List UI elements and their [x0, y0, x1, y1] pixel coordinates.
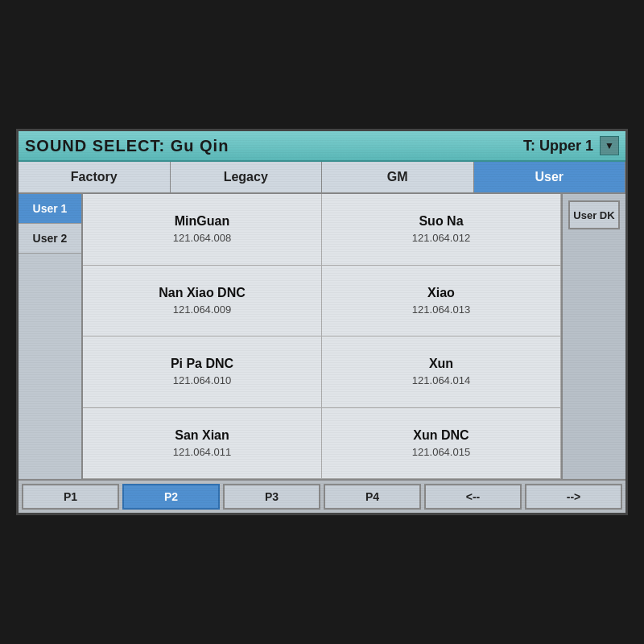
sound-name-0: MinGuan [175, 214, 229, 229]
content-area: User 1 User 2 MinGuan 121.064.008 Suo Na… [19, 194, 625, 479]
tab-bar: Factory Legacy GM User [19, 162, 625, 194]
tab-factory[interactable]: Factory [19, 162, 171, 192]
next-button[interactable]: --> [525, 484, 622, 510]
sound-cell-1[interactable]: Suo Na 121.064.012 [322, 194, 561, 266]
sound-number-6: 121.064.011 [173, 446, 231, 458]
tab-user[interactable]: User [474, 162, 626, 192]
sound-cell-2[interactable]: Nan Xiao DNC 121.064.009 [83, 266, 322, 337]
sound-cell-6[interactable]: San Xian 121.064.011 [83, 408, 322, 480]
title-label: SOUND SELECT: [25, 137, 165, 155]
sound-name-7: Xun DNC [413, 428, 469, 443]
sound-number-0: 121.064.008 [173, 232, 231, 244]
sound-name-1: Suo Na [419, 214, 463, 229]
user-dk-button[interactable]: User DK [568, 200, 620, 229]
page-btn-p4[interactable]: P4 [324, 484, 421, 510]
main-screen: SOUND SELECT: Gu Qin T: Upper 1 ▼ Factor… [16, 129, 628, 515]
pagination-bar: P1 P2 P3 P4 <-- --> [19, 479, 625, 513]
title-text: SOUND SELECT: Gu Qin [25, 137, 523, 155]
dropdown-arrow-btn[interactable]: ▼ [600, 136, 619, 155]
title-part-label: T: Upper 1 [523, 138, 593, 155]
sound-number-7: 121.064.015 [412, 446, 470, 458]
sound-cell-5[interactable]: Xun 121.064.014 [322, 336, 561, 408]
sidebar: User 1 User 2 [19, 194, 83, 479]
sound-number-4: 121.064.010 [173, 374, 231, 386]
sound-name-2: Nan Xiao DNC [159, 286, 246, 300]
sound-name-4: Pi Pa DNC [171, 357, 233, 371]
sound-cell-4[interactable]: Pi Pa DNC 121.064.010 [83, 336, 322, 408]
sound-cell-0[interactable]: MinGuan 121.064.008 [83, 194, 322, 266]
title-sound-name: Gu Qin [171, 137, 229, 155]
sound-name-3: Xiao [427, 286, 455, 300]
sound-name-6: San Xian [175, 428, 229, 443]
title-bar: SOUND SELECT: Gu Qin T: Upper 1 ▼ [19, 131, 625, 162]
prev-button[interactable]: <-- [424, 484, 522, 510]
sound-number-2: 121.064.009 [173, 303, 231, 316]
sidebar-item-user2[interactable]: User 2 [19, 224, 81, 254]
sound-grid: MinGuan 121.064.008 Suo Na 121.064.012 N… [83, 194, 561, 479]
sound-number-3: 121.064.013 [412, 303, 470, 316]
right-panel: User DK [561, 194, 625, 479]
page-btn-p2[interactable]: P2 [122, 484, 220, 510]
page-btn-p1[interactable]: P1 [22, 484, 119, 510]
sound-cell-7[interactable]: Xun DNC 121.064.015 [322, 408, 561, 480]
tab-legacy[interactable]: Legacy [171, 162, 323, 192]
sound-cell-3[interactable]: Xiao 121.064.013 [322, 266, 561, 337]
sound-number-5: 121.064.014 [412, 374, 470, 386]
sound-name-5: Xun [429, 357, 453, 371]
page-btn-p3[interactable]: P3 [223, 484, 320, 510]
sidebar-item-user1[interactable]: User 1 [19, 194, 81, 224]
sound-number-1: 121.064.012 [412, 232, 470, 244]
tab-gm[interactable]: GM [322, 162, 474, 192]
